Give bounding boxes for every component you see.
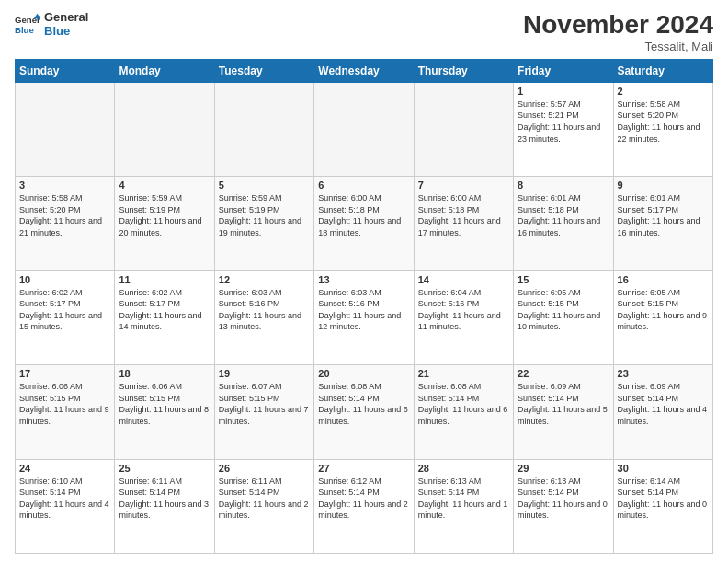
- daylight-label: Daylight: 11 hours and 2 minutes.: [318, 500, 408, 521]
- daylight-label: Daylight: 11 hours and 11 minutes.: [418, 311, 501, 332]
- sunrise-label: Sunrise:: [418, 382, 449, 391]
- sunset-label: Sunset:: [219, 488, 247, 497]
- calendar-cell: [214, 82, 313, 176]
- calendar-cell: 25Sunrise: 6:11 AMSunset: 5:14 PMDayligh…: [115, 459, 214, 553]
- calendar-cell: 26Sunrise: 6:11 AMSunset: 5:14 PMDayligh…: [214, 459, 313, 553]
- calendar: SundayMondayTuesdayWednesdayThursdayFrid…: [15, 59, 713, 554]
- logo-text-general: General: [44, 11, 88, 25]
- day-info: Sunrise: 5:58 AMSunset: 5:20 PMDaylight:…: [618, 98, 709, 144]
- day-info: Sunrise: 5:58 AMSunset: 5:20 PMDaylight:…: [19, 192, 110, 238]
- day-info: Sunrise: 6:03 AMSunset: 5:16 PMDaylight:…: [219, 287, 310, 333]
- logo-text-blue: Blue: [44, 25, 88, 39]
- calendar-cell: 14Sunrise: 6:04 AMSunset: 5:16 PMDayligh…: [414, 270, 513, 364]
- sunset-label: Sunset:: [19, 205, 48, 214]
- day-header-friday: Friday: [514, 59, 613, 82]
- daylight-label: Daylight: 11 hours and 16 minutes.: [518, 216, 600, 237]
- sunset-label: Sunset:: [618, 110, 646, 120]
- day-info: Sunrise: 6:04 AMSunset: 5:16 PMDaylight:…: [418, 287, 509, 333]
- daylight-label: Daylight: 11 hours and 7 minutes.: [219, 405, 309, 426]
- calendar-cell: 2Sunrise: 5:58 AMSunset: 5:20 PMDaylight…: [613, 82, 712, 176]
- sunrise-label: Sunrise:: [618, 477, 648, 486]
- sunset-label: Sunset:: [119, 299, 147, 308]
- sunset-label: Sunset:: [19, 394, 48, 403]
- day-info: Sunrise: 6:14 AMSunset: 5:14 PMDaylight:…: [618, 476, 709, 522]
- day-number: 8: [518, 179, 609, 190]
- day-header-monday: Monday: [115, 59, 214, 82]
- sunset-label: Sunset:: [318, 394, 347, 403]
- day-header-thursday: Thursday: [414, 59, 513, 82]
- sunset-label: Sunset:: [418, 394, 447, 403]
- sunrise-label: Sunrise:: [618, 193, 648, 202]
- day-info: Sunrise: 6:08 AMSunset: 5:14 PMDaylight:…: [418, 381, 509, 427]
- daylight-label: Daylight: 11 hours and 6 minutes.: [318, 405, 408, 426]
- calendar-week-row: 10Sunrise: 6:02 AMSunset: 5:17 PMDayligh…: [16, 270, 713, 364]
- day-info: Sunrise: 6:03 AMSunset: 5:16 PMDaylight:…: [318, 287, 409, 333]
- daylight-label: Daylight: 11 hours and 9 minutes.: [19, 405, 109, 426]
- sunset-label: Sunset:: [318, 205, 347, 214]
- day-number: 21: [418, 368, 509, 379]
- sunrise-label: Sunrise:: [19, 477, 50, 486]
- calendar-cell: 9Sunrise: 6:01 AMSunset: 5:17 PMDaylight…: [613, 177, 712, 270]
- sunset-label: Sunset:: [518, 110, 546, 120]
- sunrise-label: Sunrise:: [618, 99, 648, 109]
- day-number: 18: [119, 368, 210, 379]
- day-number: 16: [618, 274, 709, 285]
- sunset-label: Sunset:: [618, 205, 646, 214]
- sunset-label: Sunset:: [418, 488, 447, 497]
- sunrise-label: Sunrise:: [418, 477, 449, 486]
- sunset-label: Sunset:: [418, 205, 447, 214]
- calendar-cell: 4Sunrise: 5:59 AMSunset: 5:19 PMDaylight…: [115, 177, 214, 270]
- calendar-week-row: 3Sunrise: 5:58 AMSunset: 5:20 PMDaylight…: [16, 177, 713, 270]
- daylight-label: Daylight: 11 hours and 13 minutes.: [219, 311, 301, 332]
- day-number: 11: [119, 274, 210, 285]
- day-header-saturday: Saturday: [613, 59, 712, 82]
- calendar-cell: 5Sunrise: 5:59 AMSunset: 5:19 PMDaylight…: [214, 177, 313, 270]
- calendar-week-row: 1Sunrise: 5:57 AMSunset: 5:21 PMDaylight…: [16, 82, 713, 176]
- sunrise-label: Sunrise:: [318, 288, 348, 297]
- calendar-cell: 18Sunrise: 6:06 AMSunset: 5:15 PMDayligh…: [115, 365, 214, 459]
- calendar-cell: 23Sunrise: 6:09 AMSunset: 5:14 PMDayligh…: [613, 365, 712, 459]
- location: Tessalit, Mali: [523, 40, 713, 53]
- calendar-cell: 15Sunrise: 6:05 AMSunset: 5:15 PMDayligh…: [514, 270, 613, 364]
- calendar-cell: [414, 82, 513, 176]
- day-info: Sunrise: 6:10 AMSunset: 5:14 PMDaylight:…: [19, 476, 110, 522]
- day-number: 20: [318, 368, 409, 379]
- sunset-label: Sunset:: [518, 394, 546, 403]
- calendar-cell: [115, 82, 214, 176]
- day-number: 5: [219, 179, 310, 190]
- svg-text:Blue: Blue: [15, 25, 34, 35]
- day-number: 1: [518, 86, 609, 97]
- day-number: 25: [119, 463, 210, 474]
- calendar-cell: 13Sunrise: 6:03 AMSunset: 5:16 PMDayligh…: [314, 270, 414, 364]
- day-info: Sunrise: 6:08 AMSunset: 5:14 PMDaylight:…: [318, 381, 409, 427]
- sunrise-label: Sunrise:: [318, 382, 348, 391]
- sunrise-label: Sunrise:: [219, 382, 249, 391]
- sunrise-label: Sunrise:: [318, 477, 348, 486]
- sunrise-label: Sunrise:: [219, 288, 249, 297]
- sunset-label: Sunset:: [418, 299, 447, 308]
- calendar-cell: 3Sunrise: 5:58 AMSunset: 5:20 PMDaylight…: [16, 177, 115, 270]
- day-header-tuesday: Tuesday: [214, 59, 313, 82]
- sunrise-label: Sunrise:: [518, 99, 548, 109]
- calendar-cell: 21Sunrise: 6:08 AMSunset: 5:14 PMDayligh…: [414, 365, 513, 459]
- day-info: Sunrise: 6:02 AMSunset: 5:17 PMDaylight:…: [19, 287, 110, 333]
- day-number: 10: [19, 274, 110, 285]
- sunrise-label: Sunrise:: [19, 288, 50, 297]
- day-info: Sunrise: 6:09 AMSunset: 5:14 PMDaylight:…: [618, 381, 709, 427]
- logo: General Blue General Blue: [15, 11, 88, 39]
- day-info: Sunrise: 5:59 AMSunset: 5:19 PMDaylight:…: [119, 192, 210, 238]
- sunrise-label: Sunrise:: [518, 382, 548, 391]
- daylight-label: Daylight: 11 hours and 15 minutes.: [19, 311, 102, 332]
- calendar-cell: [16, 82, 115, 176]
- day-info: Sunrise: 6:11 AMSunset: 5:14 PMDaylight:…: [219, 476, 310, 522]
- day-info: Sunrise: 5:57 AMSunset: 5:21 PMDaylight:…: [518, 98, 609, 144]
- sunset-label: Sunset:: [19, 299, 48, 308]
- sunset-label: Sunset:: [618, 488, 646, 497]
- day-info: Sunrise: 6:05 AMSunset: 5:15 PMDaylight:…: [518, 287, 609, 333]
- sunset-label: Sunset:: [119, 394, 147, 403]
- sunrise-label: Sunrise:: [318, 193, 348, 202]
- sunset-label: Sunset:: [618, 299, 646, 308]
- day-number: 12: [219, 274, 310, 285]
- calendar-cell: 7Sunrise: 6:00 AMSunset: 5:18 PMDaylight…: [414, 177, 513, 270]
- sunset-label: Sunset:: [518, 299, 546, 308]
